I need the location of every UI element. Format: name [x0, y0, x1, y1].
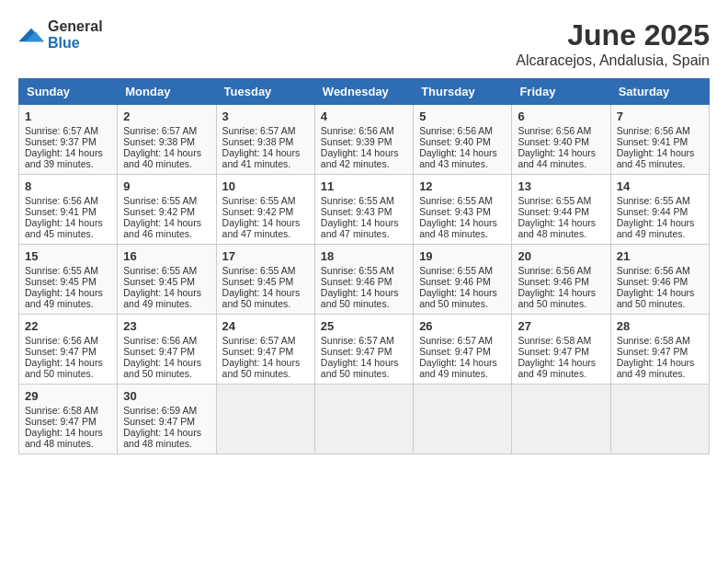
day-number: 1 [25, 109, 111, 123]
day-number: 30 [123, 389, 210, 403]
calendar-table: Sunday Monday Tuesday Wednesday Thursday… [18, 78, 710, 454]
sunset-text: Sunset: 9:47 PM [518, 346, 589, 357]
daylight-text: Daylight: 14 hours and 44 minutes. [518, 147, 596, 169]
sunrise-text: Sunrise: 6:58 AM [617, 335, 690, 346]
sunrise-text: Sunrise: 6:57 AM [222, 335, 296, 346]
day-number: 28 [617, 319, 703, 333]
sunset-text: Sunset: 9:47 PM [321, 346, 392, 357]
daylight-text: Daylight: 14 hours and 50 minutes. [25, 357, 103, 379]
day-number: 14 [617, 179, 703, 193]
sunrise-text: Sunrise: 6:56 AM [518, 265, 591, 276]
table-row: 27Sunrise: 6:58 AMSunset: 9:47 PMDayligh… [512, 315, 610, 385]
sunrise-text: Sunrise: 6:55 AM [419, 195, 493, 206]
col-tuesday: Tuesday [216, 79, 314, 105]
day-number: 15 [25, 249, 111, 263]
table-row: 12Sunrise: 6:55 AMSunset: 9:43 PMDayligh… [414, 175, 512, 245]
daylight-text: Daylight: 14 hours and 42 minutes. [321, 147, 399, 169]
table-row: 23Sunrise: 6:56 AMSunset: 9:47 PMDayligh… [118, 315, 216, 385]
sunset-text: Sunset: 9:42 PM [222, 206, 294, 217]
sunrise-text: Sunrise: 6:57 AM [123, 125, 197, 136]
calendar-week-row: 15Sunrise: 6:55 AMSunset: 9:45 PMDayligh… [19, 245, 710, 315]
calendar-week-row: 1Sunrise: 6:57 AMSunset: 9:37 PMDaylight… [19, 105, 710, 175]
sunset-text: Sunset: 9:47 PM [617, 346, 688, 357]
daylight-text: Daylight: 14 hours and 49 minutes. [123, 287, 201, 309]
sunset-text: Sunset: 9:45 PM [123, 276, 195, 287]
day-number: 17 [222, 249, 309, 263]
sunrise-text: Sunrise: 6:55 AM [123, 195, 197, 206]
logo-blue: Blue [48, 35, 80, 51]
sunset-text: Sunset: 9:46 PM [321, 276, 392, 287]
table-row: 4Sunrise: 6:56 AMSunset: 9:39 PMDaylight… [314, 105, 413, 175]
table-row: 2Sunrise: 6:57 AMSunset: 9:38 PMDaylight… [118, 105, 216, 175]
sunrise-text: Sunrise: 6:58 AM [518, 335, 591, 346]
day-number: 29 [25, 389, 111, 403]
sunset-text: Sunset: 9:47 PM [25, 416, 97, 427]
table-row: 17Sunrise: 6:55 AMSunset: 9:45 PMDayligh… [216, 245, 314, 315]
calendar-header-row: Sunday Monday Tuesday Wednesday Thursday… [19, 79, 710, 105]
daylight-text: Daylight: 14 hours and 39 minutes. [25, 147, 103, 169]
sunrise-text: Sunrise: 6:57 AM [321, 335, 394, 346]
table-row [414, 385, 512, 454]
day-number: 24 [222, 319, 309, 333]
logo: General Blue [18, 18, 103, 52]
daylight-text: Daylight: 14 hours and 45 minutes. [25, 217, 103, 239]
sunrise-text: Sunrise: 6:55 AM [617, 195, 690, 206]
sunrise-text: Sunrise: 6:55 AM [222, 265, 296, 276]
table-row: 1Sunrise: 6:57 AMSunset: 9:37 PMDaylight… [19, 105, 118, 175]
sunset-text: Sunset: 9:37 PM [25, 136, 97, 147]
table-row: 26Sunrise: 6:57 AMSunset: 9:47 PMDayligh… [414, 315, 512, 385]
daylight-text: Daylight: 14 hours and 48 minutes. [419, 217, 497, 239]
day-number: 5 [419, 109, 506, 123]
day-number: 20 [518, 249, 604, 263]
daylight-text: Daylight: 14 hours and 43 minutes. [419, 147, 497, 169]
table-row: 5Sunrise: 6:56 AMSunset: 9:40 PMDaylight… [414, 105, 512, 175]
table-row [512, 385, 610, 454]
day-number: 26 [419, 319, 506, 333]
sunset-text: Sunset: 9:47 PM [123, 346, 195, 357]
table-row: 10Sunrise: 6:55 AMSunset: 9:42 PMDayligh… [216, 175, 314, 245]
logo-icon [18, 25, 44, 45]
month-title: June 2025 [516, 18, 710, 52]
sunrise-text: Sunrise: 6:56 AM [321, 125, 394, 136]
daylight-text: Daylight: 14 hours and 50 minutes. [321, 357, 399, 379]
sunrise-text: Sunrise: 6:56 AM [617, 265, 690, 276]
daylight-text: Daylight: 14 hours and 48 minutes. [518, 217, 596, 239]
sunset-text: Sunset: 9:41 PM [25, 206, 97, 217]
sunset-text: Sunset: 9:38 PM [123, 136, 195, 147]
table-row [314, 385, 413, 454]
day-number: 3 [222, 109, 309, 123]
table-row: 8Sunrise: 6:56 AMSunset: 9:41 PMDaylight… [19, 175, 118, 245]
daylight-text: Daylight: 14 hours and 45 minutes. [617, 147, 695, 169]
logo-general: General [48, 18, 103, 34]
sunset-text: Sunset: 9:43 PM [419, 206, 491, 217]
day-number: 16 [123, 249, 210, 263]
sunset-text: Sunset: 9:45 PM [25, 276, 97, 287]
table-row [216, 385, 314, 454]
table-row: 29Sunrise: 6:58 AMSunset: 9:47 PMDayligh… [19, 385, 118, 454]
sunrise-text: Sunrise: 6:57 AM [222, 125, 296, 136]
table-row: 20Sunrise: 6:56 AMSunset: 9:46 PMDayligh… [512, 245, 610, 315]
sunrise-text: Sunrise: 6:57 AM [25, 125, 98, 136]
sunrise-text: Sunrise: 6:55 AM [321, 265, 394, 276]
sunrise-text: Sunrise: 6:55 AM [321, 195, 394, 206]
table-row: 19Sunrise: 6:55 AMSunset: 9:46 PMDayligh… [414, 245, 512, 315]
sunrise-text: Sunrise: 6:56 AM [419, 125, 493, 136]
col-thursday: Thursday [414, 79, 512, 105]
sunset-text: Sunset: 9:38 PM [222, 136, 294, 147]
sunrise-text: Sunrise: 6:55 AM [419, 265, 493, 276]
table-row: 21Sunrise: 6:56 AMSunset: 9:46 PMDayligh… [610, 245, 709, 315]
day-number: 8 [25, 179, 111, 193]
col-sunday: Sunday [19, 79, 118, 105]
table-row: 16Sunrise: 6:55 AMSunset: 9:45 PMDayligh… [118, 245, 216, 315]
table-row: 24Sunrise: 6:57 AMSunset: 9:47 PMDayligh… [216, 315, 314, 385]
day-number: 13 [518, 179, 604, 193]
sunset-text: Sunset: 9:40 PM [518, 136, 589, 147]
sunrise-text: Sunrise: 6:56 AM [518, 125, 591, 136]
table-row: 14Sunrise: 6:55 AMSunset: 9:44 PMDayligh… [610, 175, 709, 245]
sunset-text: Sunset: 9:44 PM [518, 206, 589, 217]
sunrise-text: Sunrise: 6:56 AM [25, 195, 98, 206]
daylight-text: Daylight: 14 hours and 50 minutes. [321, 287, 399, 309]
day-number: 25 [321, 319, 407, 333]
table-row: 30Sunrise: 6:59 AMSunset: 9:47 PMDayligh… [118, 385, 216, 454]
table-row: 6Sunrise: 6:56 AMSunset: 9:40 PMDaylight… [512, 105, 610, 175]
